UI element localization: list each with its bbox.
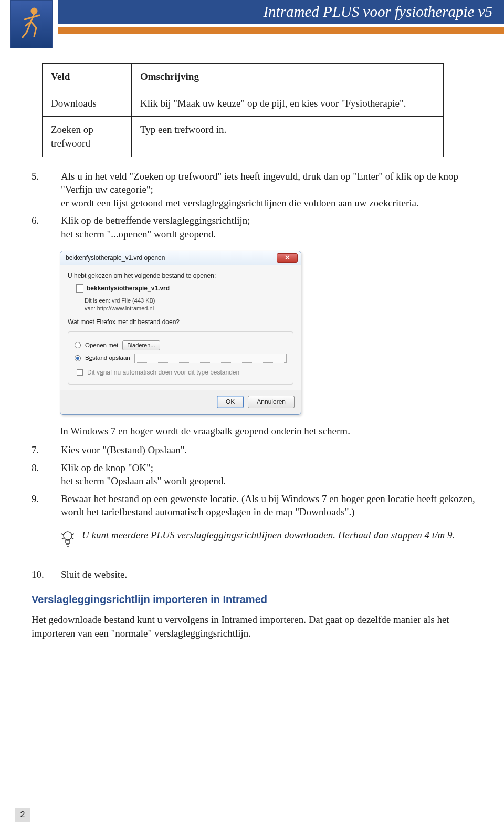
dialog-question: Wat moet Firefox met dit bestand doen? (68, 318, 293, 326)
tip-block: U kunt meerdere PLUS verslagleggingsrich… (60, 528, 478, 553)
firefox-open-dialog: bekkenfysiotherapie_v1.vrd openen ✕ U he… (60, 251, 301, 415)
step-text: Klik op de betreffende verslagleggingsri… (61, 215, 250, 226)
field-desc: Klik bij "Maak uw keuze" op de pijl, en … (132, 90, 444, 117)
save-path-field[interactable] (134, 354, 287, 363)
browse-button[interactable]: Bladeren...Bladeren... (122, 340, 160, 350)
note-text: In Windows 7 en hoger wordt de vraagbalk… (60, 424, 478, 438)
step-number: 10. (32, 568, 61, 581)
step-text: er wordt een lijst getoond met verslagle… (61, 198, 419, 209)
step-text: Klik op de knop "OK"; (61, 462, 153, 473)
step-number: 9. (32, 492, 61, 519)
step-text: het scherm "Opslaan als" wordt geopend. (61, 475, 226, 486)
list-item: 6. Klik op de betreffende verslaglegging… (32, 214, 478, 241)
dialog-filename: bekkenfysiotherapie_v1.vrd (87, 284, 170, 293)
field-desc: Typ een trefwoord in. (132, 117, 444, 157)
meta-from-value: http://www.intramed.nl (97, 305, 154, 311)
step-text: Kies voor "(Bestand) Opslaan". (61, 443, 478, 457)
list-item: 7. Kies voor "(Bestand) Opslaan". (32, 443, 478, 457)
runner-icon (18, 6, 45, 43)
dialog-title: bekkenfysiotherapie_v1.vrd openen (66, 254, 165, 262)
remember-checkbox[interactable] (77, 369, 83, 376)
step-number: 7. (32, 443, 61, 457)
document-title: Intramed PLUS voor fysiotherapie v5 (58, 0, 504, 24)
radio-save-file[interactable] (75, 355, 81, 361)
field-table: Veld Omschrijving Downloads Klik bij "Ma… (42, 63, 444, 157)
tip-text: U kunt meerdere PLUS verslagleggingsrich… (82, 528, 455, 542)
step-text: Bewaar het bestand op een gewenste locat… (61, 492, 478, 519)
table-row: Zoeken op trefwoord Typ een trefwoord in… (43, 117, 444, 157)
steps-list: 7. Kies voor "(Bestand) Opslaan". 8. Kli… (32, 443, 478, 519)
accent-bar (58, 27, 504, 34)
svg-point-0 (32, 8, 37, 14)
step-text: Als u in het veld "Zoeken op trefwoord" … (61, 171, 458, 195)
option-open-with-label: OOpenen metpenen met (85, 341, 118, 350)
logo (10, 0, 52, 48)
step-number: 5. (32, 170, 61, 210)
field-name: Downloads (43, 90, 132, 117)
page-header: Intramed PLUS voor fysiotherapie v5 (0, 0, 504, 48)
option-save-file-label: Bestand opslaanBestand opslaan (85, 354, 130, 362)
steps-list: 10. Sluit de website. (32, 568, 478, 581)
step-number: 8. (32, 461, 61, 488)
step-text: Sluit de website. (61, 568, 478, 581)
section-heading: Verslagleggingsrichtlijn importeren in I… (32, 593, 478, 607)
close-button[interactable]: ✕ (277, 253, 298, 263)
paragraph: Het gedownloade bestand kunt u vervolgen… (32, 613, 478, 640)
ok-button[interactable]: OK (217, 396, 244, 408)
step-text: het scherm "...openen" wordt geopend. (61, 228, 216, 240)
field-name: Zoeken op trefwoord (43, 117, 132, 157)
table-header-field: Veld (43, 64, 132, 90)
remember-label: Dit vanaf nu automatisch doen voor dit t… (87, 368, 239, 377)
cancel-button[interactable]: Annuleren (248, 396, 295, 408)
table-row: Downloads Klik bij "Maak uw keuze" op de… (43, 90, 444, 117)
dialog-intro: U hebt gekozen om het volgende bestand t… (68, 272, 293, 280)
steps-list: 5. Als u in het veld "Zoeken op trefwoor… (32, 170, 478, 241)
list-item: 10. Sluit de website. (32, 568, 478, 581)
lightbulb-icon (60, 528, 76, 553)
list-item: 9. Bewaar het bestand op een gewenste lo… (32, 492, 478, 519)
radio-open-with[interactable] (75, 342, 81, 348)
step-number: 6. (32, 214, 61, 241)
list-item: 5. Als u in het veld "Zoeken op trefwoor… (32, 170, 478, 210)
file-icon (76, 284, 83, 293)
page-number: 2 (15, 808, 30, 822)
table-header-desc: Omschrijving (132, 64, 444, 90)
meta-type-value: vrd File (443 KB) (112, 297, 155, 304)
list-item: 8. Klik op de knop "OK"; het scherm "Ops… (32, 461, 478, 488)
meta-type-label: Dit is een: (85, 297, 110, 304)
meta-from-label: van: (85, 305, 96, 311)
svg-point-1 (64, 532, 72, 540)
